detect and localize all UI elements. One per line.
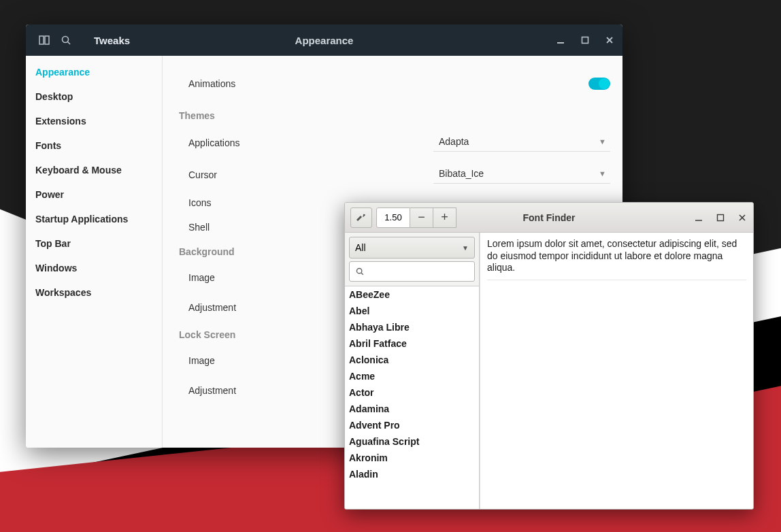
app-title: Tweaks bbox=[94, 35, 130, 46]
zoom-out-button[interactable]: − bbox=[410, 207, 433, 228]
theme-row-label: Cursor bbox=[188, 169, 217, 180]
category-filter-value: All bbox=[355, 242, 366, 253]
sidebar-item-workspaces[interactable]: Workspaces bbox=[26, 280, 162, 305]
sidebar-item-extensions[interactable]: Extensions bbox=[26, 109, 162, 133]
svg-rect-1 bbox=[45, 36, 49, 44]
font-finder-headerbar[interactable]: 1.50 − + Font Finder bbox=[345, 203, 753, 233]
svg-rect-5 bbox=[582, 37, 588, 44]
themes-section-title: Themes bbox=[179, 103, 610, 127]
font-preview-pane: Lorem ipsum dolor sit amet, consectetur … bbox=[480, 233, 753, 509]
close-icon[interactable] bbox=[603, 34, 616, 46]
font-item[interactable]: Abel bbox=[345, 303, 479, 319]
cursor-combo[interactable]: Bibata_Ice▼ bbox=[433, 165, 610, 184]
font-item[interactable]: Abril Fatface bbox=[345, 335, 479, 352]
maximize-icon[interactable] bbox=[715, 212, 726, 223]
font-item[interactable]: Aladin bbox=[345, 466, 479, 482]
sidebar-item-fonts[interactable]: Fonts bbox=[26, 133, 162, 158]
sidebar-item-desktop[interactable]: Desktop bbox=[26, 84, 162, 109]
font-item[interactable]: ABeeZee bbox=[345, 286, 479, 303]
theme-row-label: Applications bbox=[188, 137, 240, 148]
maximize-icon[interactable] bbox=[579, 34, 591, 46]
font-list[interactable]: ABeeZeeAbelAbhaya LibreAbril FatfaceAclo… bbox=[345, 286, 479, 509]
search-icon bbox=[355, 267, 365, 276]
minimize-icon[interactable] bbox=[554, 34, 567, 46]
zoom-value[interactable]: 1.50 bbox=[376, 207, 410, 228]
svg-line-14 bbox=[361, 273, 363, 275]
sidebar-item-top-bar[interactable]: Top Bar bbox=[26, 231, 162, 256]
panel-icon[interactable] bbox=[38, 34, 50, 46]
font-item[interactable]: Akronim bbox=[345, 450, 479, 466]
search-icon[interactable] bbox=[60, 34, 72, 46]
font-item[interactable]: Aclonica bbox=[345, 352, 479, 368]
svg-rect-10 bbox=[718, 214, 724, 220]
close-icon[interactable] bbox=[737, 212, 748, 223]
sidebar-item-keyboard-mouse[interactable]: Keyboard & Mouse bbox=[26, 158, 162, 182]
font-item[interactable]: Abhaya Libre bbox=[345, 319, 479, 335]
font-finder-title: Font Finder bbox=[523, 212, 576, 223]
font-search-input[interactable] bbox=[349, 261, 475, 282]
preview-text[interactable]: Lorem ipsum dolor sit amet, consectetur … bbox=[487, 238, 746, 280]
font-item[interactable]: Adamina bbox=[345, 401, 479, 417]
chevron-down-icon: ▼ bbox=[462, 244, 469, 252]
font-finder-left-pane: All ▼ ABeeZeeAbelAbhaya LibreAbril Fatfa… bbox=[345, 233, 480, 509]
tweaks-sidebar: AppearanceDesktopExtensionsFontsKeyboard… bbox=[26, 56, 163, 448]
sidebar-item-appearance[interactable]: Appearance bbox=[26, 60, 162, 84]
applications-combo[interactable]: Adapta▼ bbox=[433, 133, 610, 152]
font-finder-window: 1.50 − + Font Finder All ▼ ABeeZeeAbelAb… bbox=[344, 202, 754, 510]
font-item[interactable]: Acme bbox=[345, 368, 479, 384]
svg-line-3 bbox=[68, 42, 71, 45]
svg-point-2 bbox=[63, 37, 69, 43]
zoom-in-button[interactable]: + bbox=[433, 207, 456, 228]
svg-point-8 bbox=[363, 214, 365, 215]
animations-toggle[interactable] bbox=[588, 78, 610, 90]
font-item[interactable]: Aguafina Script bbox=[345, 433, 479, 450]
tools-button[interactable] bbox=[350, 207, 372, 228]
sidebar-item-startup-applications[interactable]: Startup Applications bbox=[26, 207, 162, 231]
animations-label: Animations bbox=[188, 78, 235, 89]
minimize-icon[interactable] bbox=[693, 212, 704, 223]
category-filter-combo[interactable]: All ▼ bbox=[349, 237, 475, 259]
font-item[interactable]: Actor bbox=[345, 384, 479, 401]
sidebar-item-power[interactable]: Power bbox=[26, 182, 162, 207]
tweaks-headerbar[interactable]: Tweaks Appearance bbox=[26, 24, 622, 56]
font-item[interactable]: Advent Pro bbox=[345, 417, 479, 433]
theme-row-label: Icons bbox=[188, 197, 211, 208]
svg-point-13 bbox=[356, 268, 361, 273]
sidebar-item-windows[interactable]: Windows bbox=[26, 256, 162, 280]
page-title: Appearance bbox=[295, 35, 354, 46]
chevron-down-icon: ▼ bbox=[599, 137, 606, 146]
theme-row-label: Shell bbox=[188, 222, 210, 233]
svg-rect-0 bbox=[39, 36, 44, 44]
chevron-down-icon: ▼ bbox=[599, 169, 606, 178]
